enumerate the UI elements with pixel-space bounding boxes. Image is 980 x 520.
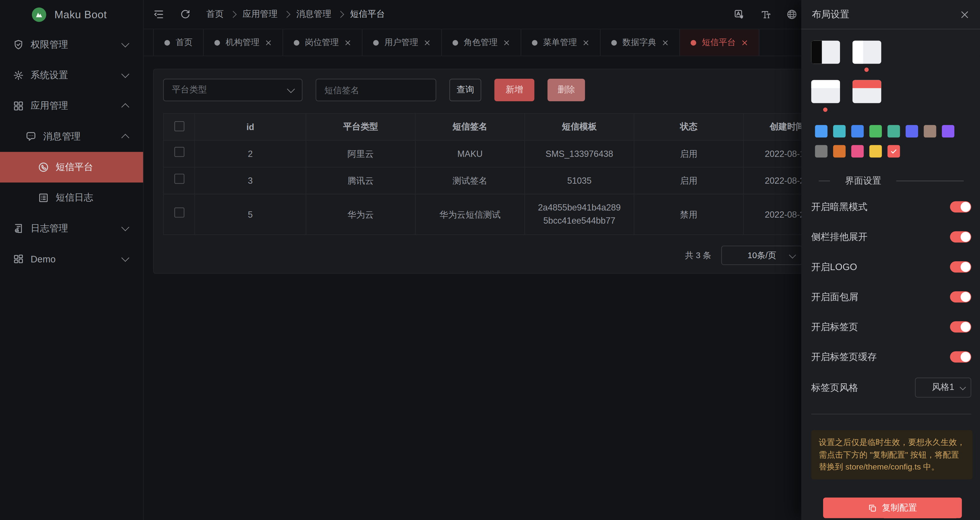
sms-sign-input[interactable] [316,79,436,101]
sidebar-item-demo[interactable]: Demo [0,244,143,274]
close-icon[interactable] [662,39,669,46]
sidebar-item-sms-log[interactable]: 短信日志 [0,183,143,213]
close-icon[interactable] [582,39,589,46]
sidebar-collapse-icon[interactable] [153,9,164,20]
sidebar-item-permissions[interactable]: 权限管理 [0,29,143,60]
refresh-icon[interactable] [180,9,191,20]
translate-icon[interactable] [734,9,745,20]
sidebar-item-label: 应用管理 [30,100,68,112]
breadcrumb-toggle[interactable] [950,291,972,302]
breadcrumb-current: 短信平台 [350,9,385,20]
tab-menu[interactable]: 菜单管理 [521,29,601,56]
theme-color-swatch[interactable] [942,125,955,137]
tabs-cache-toggle[interactable] [950,351,972,363]
breadcrumb-apps[interactable]: 应用管理 [242,9,277,20]
logo[interactable]: Maku Boot [0,0,143,29]
tabs-toggle[interactable] [950,321,972,332]
select-all-checkbox[interactable] [174,121,184,131]
divider-line [896,180,964,181]
query-button[interactable]: 查询 [450,79,482,101]
sidebar-item-label: 消息管理 [43,130,80,143]
close-icon[interactable] [424,39,431,46]
tab-dict[interactable]: 数据字典 [601,29,680,56]
theme-color-swatch[interactable] [833,125,846,137]
logo-toggle[interactable] [950,261,972,272]
selected-dot-icon [823,108,827,112]
tab-role[interactable]: 角色管理 [442,29,521,56]
tab-post[interactable]: 岗位管理 [283,29,363,56]
layout-thumb-dark-sidebar[interactable] [811,40,840,64]
close-icon[interactable] [344,39,351,46]
tab-style-select[interactable]: 风格1 [915,378,971,398]
settings-note: 设置之后仅是临时生效，要想永久生效，需点击下方的 "复制配置" 按钮，将配置替换… [811,430,972,479]
interface-settings-title: 界面设置 [845,175,881,186]
theme-color-swatch[interactable] [869,145,882,157]
add-button[interactable]: 新增 [494,79,534,101]
setting-sidebar-accordion: 侧栏排他展开 [811,229,971,245]
tab-dot-icon [294,40,299,45]
page-size-select[interactable]: 10条/页 [721,246,803,265]
setting-tabs-cache: 开启标签页缓存 [811,350,971,364]
theme-color-swatch[interactable] [815,125,827,137]
tab-home[interactable]: 首页 [153,29,204,56]
theme-color-swatch[interactable] [869,125,882,137]
page-size-value: 10条/页 [748,250,776,261]
close-icon[interactable] [265,39,272,46]
tab-label: 用户管理 [385,37,418,48]
sidebar-item-messages[interactable]: 消息管理 [0,121,143,152]
dark-mode-toggle[interactable] [950,201,972,213]
close-icon[interactable] [503,39,510,46]
copy-config-button[interactable]: 复制配置 [823,498,962,518]
layout-thumb-light-header[interactable] [811,80,840,103]
sidebar-item-label: 权限管理 [30,39,68,51]
globe-icon[interactable] [786,9,797,20]
chevron-down-icon [121,39,129,47]
delete-button[interactable]: 删除 [547,79,585,101]
sidebar-item-system[interactable]: 系统设置 [0,60,143,91]
sidebar-item-sms-platform[interactable]: 短信平台 [0,152,143,182]
cell-template: SMS_133976438 [525,140,634,167]
phone-icon [38,162,49,173]
tab-label: 首页 [176,37,192,48]
selected-dot-icon [864,68,869,72]
setting-label: 开启LOGO [811,261,857,273]
layout-thumb-primary-header[interactable] [853,80,881,103]
sidebar-item-logs[interactable]: 日志管理 [0,213,143,243]
platform-type-select[interactable]: 平台类型 [163,79,302,101]
sidebar-accordion-toggle[interactable] [950,231,972,242]
tab-user[interactable]: 用户管理 [363,29,442,56]
theme-color-swatches [815,125,962,157]
tab-sms-platform[interactable]: 短信平台 [680,29,759,56]
theme-color-swatch[interactable] [851,125,864,137]
close-icon[interactable] [741,39,748,46]
breadcrumb-messages[interactable]: 消息管理 [296,9,331,20]
row-checkbox[interactable] [174,208,184,218]
tab-dot-icon [611,40,617,45]
theme-color-swatch[interactable] [924,125,936,137]
setting-label: 开启暗黑模式 [811,201,867,213]
theme-color-swatch[interactable] [851,145,864,157]
breadcrumb-home[interactable]: 首页 [206,9,224,20]
drawer-divider [811,414,971,415]
drawer-header: 布局设置 [801,0,980,29]
row-checkbox[interactable] [174,147,184,157]
row-checkbox[interactable] [174,174,184,184]
copy-config-label: 复制配置 [882,503,917,514]
setting-label: 开启面包屑 [811,291,858,303]
sidebar: Maku Boot 权限管理 系统设置 应用管理 [0,0,144,520]
theme-color-swatch[interactable] [815,145,827,157]
theme-color-swatch[interactable] [888,125,900,137]
theme-color-swatch[interactable] [905,125,918,137]
font-size-icon[interactable] [760,9,771,20]
table-header-row: id 平台类型 短信签名 短信模板 状态 创建时间 [164,113,831,140]
gear-icon [13,70,24,80]
theme-color-swatch-selected[interactable] [888,145,900,157]
column-status: 状态 [634,113,743,140]
tab-label: 菜单管理 [543,37,577,48]
theme-color-swatch[interactable] [833,145,846,157]
close-icon[interactable] [960,10,969,19]
chat-icon [25,131,36,142]
tab-org[interactable]: 机构管理 [204,29,283,56]
layout-thumb-light-sidebar[interactable] [853,40,881,64]
sidebar-item-apps[interactable]: 应用管理 [0,91,143,121]
